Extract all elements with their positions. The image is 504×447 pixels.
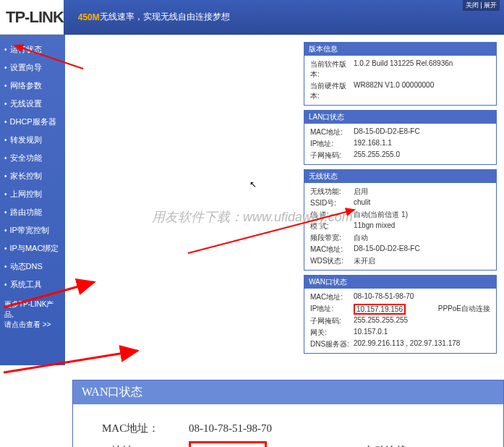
info-row: 无线功能:启用 (310, 186, 490, 197)
panel-version: 版本信息 当前软件版本:1.0.2 Build 131225 Rel.68936… (304, 42, 497, 106)
main-container: 运行状态 设置向导 网络参数 无线设置 DHCP服务器 转发规则 安全功能 家长… (0, 35, 504, 365)
zoom-header: WAN口状态 (73, 380, 503, 404)
info-row-ip-highlight: IP地址:10.157.19.156PPPoE自动连接 (310, 303, 490, 315)
panel-version-header: 版本信息 (304, 43, 496, 56)
browser-menu[interactable]: 关闭 | 展开 (463, 0, 500, 11)
sidebar-footer[interactable]: 更多TP-LINK产品, 请点击查看 >> (0, 294, 65, 336)
info-row: MAC地址:D8-15-0D-D2-E8-FC (310, 244, 490, 255)
info-row: MAC地址:08-10-78-51-98-70 (310, 291, 490, 303)
cursor-icon: ↖ (249, 179, 257, 190)
panel-wireless-header: 无线状态 (304, 170, 496, 183)
sidebar-item-network[interactable]: 网络参数 (0, 77, 65, 95)
info-row: DNS服务器:202.99.216.113 , 202.97.131.178 (310, 339, 490, 350)
info-row: 模 式:11bgn mixed (310, 221, 490, 232)
header-banner: 450M 无线速率，实现无线自由连接梦想 关闭 | 展开 (64, 0, 504, 35)
sidebar-item-forward[interactable]: 转发规则 (0, 131, 65, 149)
panel-wan-header: WAN口状态 (304, 276, 496, 289)
sidebar-item-access[interactable]: 上网控制 (0, 185, 65, 203)
info-row: 子网掩码:255.255.255.0 (310, 150, 490, 161)
sidebar-item-ddns[interactable]: 动态DNS (0, 257, 65, 276)
zoom-ip-highlight-box: 10.157.19.156 (189, 441, 267, 447)
sidebar-item-ipmac[interactable]: IP与MAC绑定 (0, 239, 65, 257)
sidebar-item-parent[interactable]: 家长控制 (0, 167, 65, 185)
info-row: 子网掩码:255.255.255.255 (310, 315, 490, 327)
sidebar-item-tools[interactable]: 系统工具 (0, 276, 65, 294)
info-row: 当前软件版本:1.0.2 Build 131225 Rel.68936n (310, 59, 490, 80)
sidebar-item-routing[interactable]: 路由功能 (0, 203, 65, 221)
info-row: WDS状态:未开启 (310, 255, 490, 267)
info-row: 网关:10.157.0.1 (310, 327, 490, 339)
sidebar-item-status[interactable]: 运行状态 (0, 41, 65, 59)
sidebar-item-wireless[interactable]: 无线设置 (0, 95, 65, 113)
info-row: IP地址:192.168.1.1 (310, 138, 490, 150)
sidebar: 运行状态 设置向导 网络参数 无线设置 DHCP服务器 转发规则 安全功能 家长… (0, 35, 65, 365)
panel-wan: WAN口状态 MAC地址:08-10-78-51-98-70 IP地址:10.1… (304, 275, 497, 354)
info-row: 频段带宽:自动 (310, 232, 490, 244)
zoom-panel-wan: WAN口状态 MAC地址：08-10-78-51-98-70 IP地址：10.1… (72, 380, 504, 447)
sidebar-item-dhcp[interactable]: DHCP服务器 (0, 113, 65, 131)
header: TP-LINK 450M 无线速率，实现无线自由连接梦想 关闭 | 展开 (0, 0, 504, 35)
sidebar-item-bandwidth[interactable]: IP带宽控制 (0, 221, 65, 239)
info-row: SSID号:chulit (310, 197, 490, 209)
banner-text: 无线速率，实现无线自由连接梦想 (100, 11, 230, 23)
sidebar-item-security[interactable]: 安全功能 (0, 149, 65, 167)
logo: TP-LINK (0, 8, 64, 27)
info-row: 信 道:自动(当前信道 1) (310, 209, 490, 221)
zoom-row: MAC地址：08-10-78-51-98-70 (102, 419, 474, 438)
info-row: MAC地址:D8-15-0D-D2-E8-FC (310, 127, 490, 138)
ip-highlight-box: 10.157.19.156 (354, 304, 406, 315)
info-row: 当前硬件版本:WR882N V1.0 00000000 (310, 80, 490, 102)
panel-lan-header: LAN口状态 (304, 111, 496, 124)
panel-lan: LAN口状态 MAC地址:D8-15-0D-D2-E8-FC IP地址:192.… (304, 110, 497, 165)
sidebar-item-wizard[interactable]: 设置向导 (0, 59, 65, 77)
content: 版本信息 当前软件版本:1.0.2 Build 131225 Rel.68936… (65, 35, 504, 365)
panel-wireless: 无线状态 无线功能:启用 SSID号:chulit 信 道:自动(当前信道 1)… (304, 169, 497, 271)
banner-highlight: 450M (78, 12, 100, 22)
zoom-row-ip-highlight: IP地址：10.157.19.156PPPoE自动连接 (102, 438, 474, 447)
